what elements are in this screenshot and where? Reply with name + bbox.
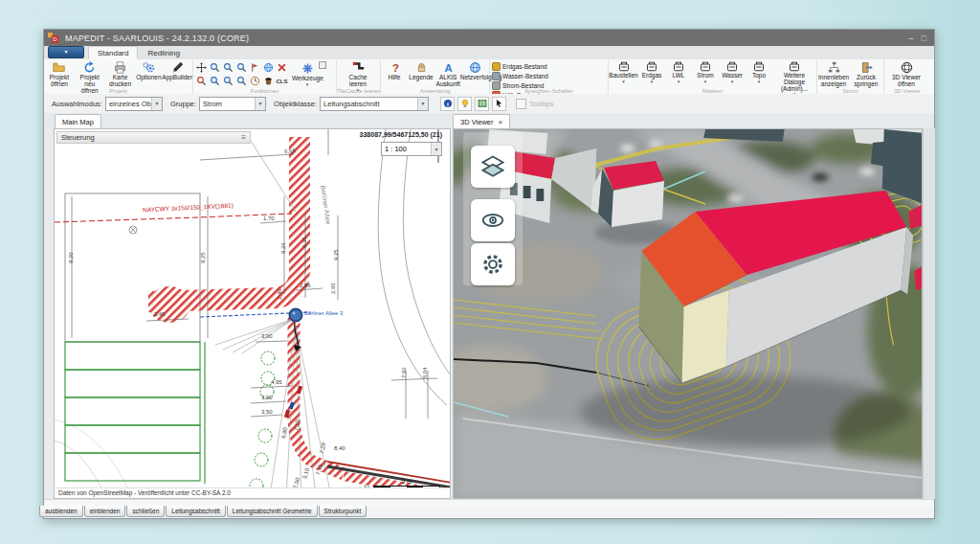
objektklasse-select[interactable]: Leitungsabschnitt▼ (320, 97, 429, 111)
3d-viewer-pane[interactable] (453, 128, 923, 499)
steuerung-panel-header[interactable]: Steuerung ≡ (56, 131, 251, 144)
close-icon[interactable]: × (498, 118, 502, 126)
optionen-button[interactable]: Optionen (135, 60, 162, 82)
bottom-tab[interactable]: Strukturpunkt (319, 506, 368, 517)
settings-button[interactable] (471, 243, 515, 285)
refresh-icon (83, 61, 96, 74)
karte-drucken-button[interactable]: Karte drucken (105, 60, 136, 89)
chevron-down-icon: ▾ (731, 79, 734, 84)
innenleben-anzeigen-button[interactable]: Innenleben anzeigen (817, 60, 850, 89)
dialog-launcher-icon[interactable] (319, 61, 326, 69)
appbuilder-button[interactable]: AppBuilder (162, 60, 192, 82)
tooltips-label: Tooltips (529, 100, 553, 108)
zoom-window-icon (236, 62, 247, 73)
osm-attribution: Daten von OpenStreetMap - Veröffentlicht… (55, 487, 450, 498)
select-button[interactable] (249, 61, 261, 74)
info-button[interactable] (440, 97, 455, 111)
3d-scene (454, 129, 923, 499)
chevron-down-icon: ▾ (622, 79, 625, 84)
alkis-auskunft-button[interactable]: ALKIS Auskunft (434, 60, 462, 89)
visibility-button[interactable] (471, 199, 515, 241)
printer-icon (114, 61, 126, 74)
fill-button[interactable] (262, 75, 275, 87)
chevron-down-icon: ▾ (651, 79, 654, 84)
projekt-oeffnen-button[interactable]: Projekt öffnen (44, 60, 75, 89)
globe-icon (469, 61, 481, 74)
auswahlmodus-select[interactable]: einzelnes Objekt▼ (105, 97, 163, 111)
bottom-tab[interactable]: Leitungsabschnitt Geometrie (227, 506, 318, 517)
app-menu-button[interactable]: ▾ (48, 46, 84, 58)
zoom-previous-icon (210, 76, 220, 86)
select-flag-icon (250, 62, 260, 73)
pan-button[interactable] (195, 61, 208, 74)
zoom-in-icon (210, 62, 220, 73)
zoom-next-button[interactable] (222, 75, 234, 87)
gruppe-select[interactable]: Strom▼ (199, 97, 266, 111)
hilfe-button[interactable]: Hilfe (381, 60, 408, 82)
bottom-tab-strip: ausblendeneinblendenschließenLeitungsabs… (39, 506, 934, 518)
content-area: 6,651,709,209,259,269,359,252,452,862,66… (44, 128, 934, 499)
bottom-tab[interactable]: einblenden (84, 506, 126, 517)
hint-button[interactable] (457, 97, 472, 111)
settings-gear-icon (481, 253, 504, 276)
zoom-out-button[interactable] (222, 61, 234, 74)
letter-a-icon (442, 61, 455, 74)
bucket-icon (263, 76, 274, 86)
globe-tool-button[interactable] (262, 61, 275, 74)
menu-icon[interactable]: ≡ (241, 133, 246, 142)
tab-3d-viewer[interactable]: 3D Viewer× (453, 114, 510, 128)
document-tab-strip: Main Map 3D Viewer× (44, 113, 934, 129)
cls-button[interactable]: CLS (276, 75, 288, 87)
right-scroll-strip (923, 128, 935, 499)
ribbon-group-projekt: Projekt öffnen Projekt neu öffnen Karte … (44, 59, 193, 94)
tools-star-icon (301, 62, 314, 75)
view-toggle[interactable]: Wasser-Bestand (492, 72, 552, 80)
bottom-tab[interactable]: ausblenden (39, 506, 83, 517)
ribbon-group-anwendung: Hilfe Legende ALKIS Auskunft Netzverfolg… (381, 59, 490, 94)
layers-icon (481, 155, 504, 178)
chevron-down-icon: ▼ (151, 98, 162, 110)
maximize-button[interactable]: □ (922, 34, 926, 43)
bottom-tab[interactable]: Leitungsabschnitt (166, 506, 226, 517)
lightbulb-icon (460, 99, 470, 108)
attribute-table-button[interactable] (475, 97, 489, 111)
zoom-extent-button[interactable] (195, 75, 208, 87)
tooltips-checkbox[interactable] (516, 99, 526, 109)
zoom-previous-button[interactable] (209, 75, 221, 87)
zoom-window-button[interactable] (235, 61, 248, 74)
delete-button[interactable] (276, 61, 288, 74)
eye-icon (481, 209, 504, 232)
zoom-in-button[interactable] (209, 61, 221, 74)
titlebar: D MAPEDIT - SAARLOUIS - 24.2.132.0 (CORE… (44, 30, 934, 46)
pipe-icon (352, 61, 365, 74)
tab-standard[interactable]: Standard (88, 46, 138, 59)
delete-x-icon (277, 62, 287, 73)
bottom-tab[interactable]: schließen (126, 506, 165, 517)
pencil-icon (171, 61, 184, 74)
tab-main-map[interactable]: Main Map (55, 114, 101, 128)
zurueck-springen-button[interactable]: Zurück springen (850, 60, 882, 89)
legende-button[interactable]: Legende (408, 60, 434, 82)
map-pane[interactable]: 6,651,709,209,259,269,359,252,452,862,66… (54, 128, 451, 499)
window-title: MAPEDIT - SAARLOUIS - 24.2.132.0 (CORE) (65, 34, 249, 43)
pointer-button[interactable] (492, 97, 506, 111)
layer-toggle-icon (492, 72, 501, 80)
coordinates-readout: 338087,99/5467125,50 (21) (360, 131, 442, 138)
minimize-button[interactable]: – (909, 34, 914, 43)
3d-viewer-oeffnen-button[interactable]: 3D Viewer öffnen (884, 60, 928, 89)
zoom-selection-button[interactable] (235, 75, 248, 87)
app-window: D MAPEDIT - SAARLOUIS - 24.2.132.0 (CORE… (43, 29, 935, 519)
pan-icon (196, 62, 207, 73)
selection-toolbar: Auswahlmodus: einzelnes Objekt▼ Gruppe: … (44, 94, 934, 114)
netzverfolgung-button[interactable]: Netzverfolgung (462, 60, 490, 82)
history-button[interactable] (249, 75, 261, 87)
gruppe-label: Gruppe: (170, 100, 196, 108)
orgchart-icon (828, 61, 840, 74)
view-toggle[interactable]: Erdgas-Bestand (492, 62, 552, 71)
ribbon-group-tilecache: Cache leeren ▾ TileCache leeren (337, 59, 381, 94)
table-icon (478, 99, 487, 108)
hand-icon (415, 61, 428, 74)
layers-button[interactable] (471, 146, 515, 188)
tab-redlining[interactable]: Redlining (138, 46, 189, 59)
scale-select[interactable]: 1 : 100 ▼ (381, 142, 442, 156)
